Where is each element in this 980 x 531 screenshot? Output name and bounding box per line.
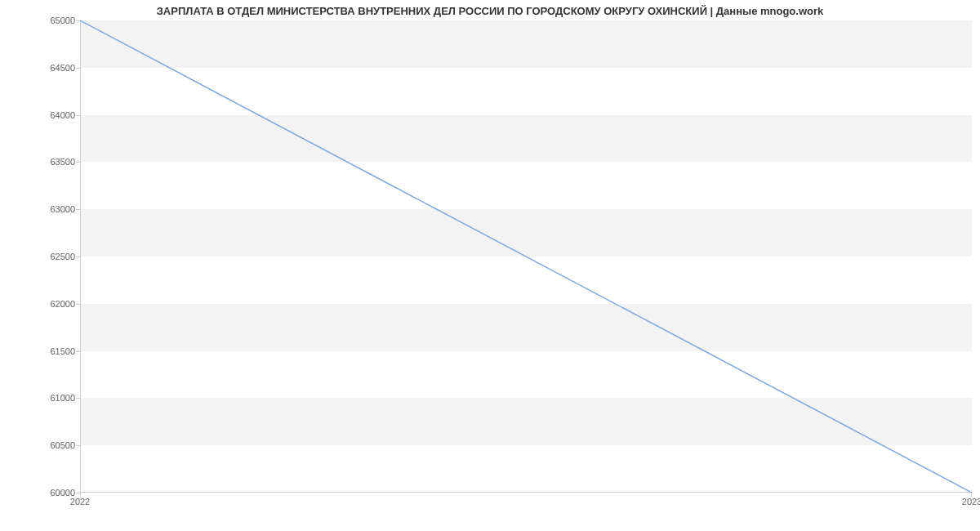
- grid-band: [80, 115, 972, 163]
- y-tick: [76, 162, 80, 163]
- y-axis-tick-label: 62000: [50, 299, 75, 309]
- y-axis-tick-label: 60500: [50, 440, 75, 450]
- y-axis-tick-label: 64000: [50, 110, 75, 120]
- y-tick: [76, 445, 80, 446]
- y-tick: [76, 209, 80, 210]
- y-axis-tick-label: 61000: [50, 393, 75, 403]
- y-tick: [76, 351, 80, 352]
- y-tick: [76, 257, 80, 257]
- grid-band: [80, 209, 972, 257]
- y-axis-tick-label: 61500: [50, 346, 75, 356]
- y-axis-tick-label: 65000: [50, 16, 75, 25]
- chart-title: ЗАРПЛАТА В ОТДЕЛ МИНИСТЕРСТВА ВНУТРЕННИХ…: [0, 5, 980, 17]
- x-axis-tick-label: 2022: [70, 497, 90, 506]
- y-tick: [76, 115, 80, 116]
- y-axis-tick-label: 62500: [50, 252, 75, 261]
- grid-band: [80, 20, 972, 68]
- y-axis-tick-label: 64500: [50, 63, 75, 73]
- y-tick: [76, 304, 80, 305]
- y-tick: [76, 68, 80, 69]
- grid-band: [80, 304, 972, 351]
- grid-band: [80, 398, 972, 445]
- y-axis-tick-label: 63500: [50, 157, 75, 167]
- x-axis-tick-label: 2023: [962, 497, 980, 506]
- y-tick: [76, 20, 80, 21]
- y-tick: [76, 398, 80, 399]
- chart-container: ЗАРПЛАТА В ОТДЕЛ МИНИСТЕРСТВА ВНУТРЕННИХ…: [0, 0, 980, 531]
- plot-area: [80, 20, 972, 493]
- y-axis-tick-label: 63000: [50, 204, 75, 214]
